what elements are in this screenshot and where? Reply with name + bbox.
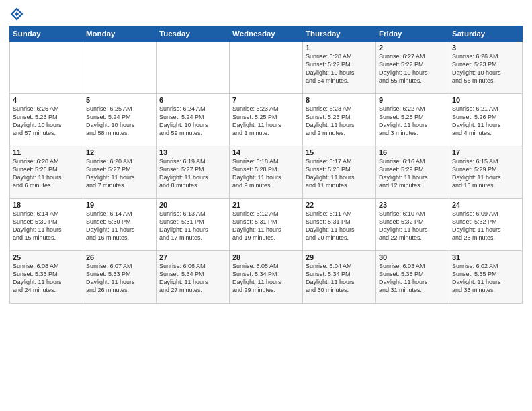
logo-icon — [9, 7, 24, 21]
cell-content: Sunrise: 6:18 AM Sunset: 5:28 PM Dayligh… — [232, 157, 300, 190]
day-number: 3 — [452, 44, 519, 52]
calendar-cell: 18Sunrise: 6:14 AM Sunset: 5:30 PM Dayli… — [10, 199, 83, 251]
day-number: 24 — [452, 201, 519, 209]
cell-content: Sunrise: 6:07 AM Sunset: 5:33 PM Dayligh… — [86, 262, 153, 295]
day-number: 10 — [452, 96, 519, 104]
weekday-header-thursday: Thursday — [303, 26, 376, 42]
calendar-cell: 2Sunrise: 6:27 AM Sunset: 5:22 PM Daylig… — [376, 42, 449, 94]
calendar-cell — [83, 42, 157, 94]
day-number: 17 — [452, 148, 519, 156]
cell-content: Sunrise: 6:10 AM Sunset: 5:32 PM Dayligh… — [379, 210, 446, 242]
cell-content: Sunrise: 6:21 AM Sunset: 5:26 PM Dayligh… — [452, 105, 519, 138]
cell-content: Sunrise: 6:11 AM Sunset: 5:31 PM Dayligh… — [306, 210, 373, 242]
cell-content: Sunrise: 6:13 AM Sunset: 5:31 PM Dayligh… — [159, 210, 226, 242]
calendar-cell: 9Sunrise: 6:22 AM Sunset: 5:25 PM Daylig… — [376, 94, 449, 146]
calendar-cell: 10Sunrise: 6:21 AM Sunset: 5:26 PM Dayli… — [449, 94, 523, 146]
day-number: 19 — [86, 201, 153, 209]
day-number: 31 — [452, 253, 519, 261]
day-number: 29 — [306, 253, 373, 261]
page-container: SundayMondayTuesdayWednesdayThursdayFrid… — [0, 0, 532, 309]
cell-content: Sunrise: 6:23 AM Sunset: 5:25 PM Dayligh… — [232, 105, 300, 138]
calendar-cell: 5Sunrise: 6:25 AM Sunset: 5:24 PM Daylig… — [83, 94, 157, 146]
day-number: 13 — [159, 148, 226, 156]
calendar-table: SundayMondayTuesdayWednesdayThursdayFrid… — [9, 26, 523, 304]
cell-content: Sunrise: 6:04 AM Sunset: 5:34 PM Dayligh… — [306, 262, 373, 295]
cell-content: Sunrise: 6:27 AM Sunset: 5:22 PM Dayligh… — [379, 52, 446, 85]
day-number: 20 — [159, 201, 226, 209]
header — [9, 7, 523, 21]
calendar-cell — [230, 42, 303, 94]
cell-content: Sunrise: 6:02 AM Sunset: 5:35 PM Dayligh… — [452, 262, 519, 295]
calendar-cell: 16Sunrise: 6:16 AM Sunset: 5:29 PM Dayli… — [376, 146, 449, 199]
day-number: 26 — [86, 253, 153, 261]
cell-content: Sunrise: 6:17 AM Sunset: 5:28 PM Dayligh… — [306, 157, 373, 190]
cell-content: Sunrise: 6:22 AM Sunset: 5:25 PM Dayligh… — [379, 105, 446, 138]
cell-content: Sunrise: 6:03 AM Sunset: 5:35 PM Dayligh… — [379, 262, 446, 295]
day-number: 4 — [13, 96, 80, 104]
cell-content: Sunrise: 6:09 AM Sunset: 5:32 PM Dayligh… — [452, 210, 519, 242]
calendar-cell: 24Sunrise: 6:09 AM Sunset: 5:32 PM Dayli… — [449, 199, 523, 251]
cell-content: Sunrise: 6:20 AM Sunset: 5:27 PM Dayligh… — [86, 157, 153, 190]
cell-content: Sunrise: 6:26 AM Sunset: 5:23 PM Dayligh… — [452, 52, 519, 85]
weekday-header-friday: Friday — [376, 26, 449, 42]
calendar-cell: 17Sunrise: 6:15 AM Sunset: 5:29 PM Dayli… — [449, 146, 523, 199]
calendar-cell: 15Sunrise: 6:17 AM Sunset: 5:28 PM Dayli… — [303, 146, 376, 199]
weekday-header-sunday: Sunday — [10, 26, 83, 42]
day-number: 18 — [13, 201, 80, 209]
cell-content: Sunrise: 6:23 AM Sunset: 5:25 PM Dayligh… — [306, 105, 373, 138]
cell-content: Sunrise: 6:05 AM Sunset: 5:34 PM Dayligh… — [232, 262, 300, 295]
calendar-cell: 27Sunrise: 6:06 AM Sunset: 5:34 PM Dayli… — [157, 251, 230, 304]
weekday-header-tuesday: Tuesday — [157, 26, 230, 42]
calendar-cell: 23Sunrise: 6:10 AM Sunset: 5:32 PM Dayli… — [376, 199, 449, 251]
weekday-header-saturday: Saturday — [449, 26, 523, 42]
calendar-cell: 20Sunrise: 6:13 AM Sunset: 5:31 PM Dayli… — [157, 199, 230, 251]
cell-content: Sunrise: 6:08 AM Sunset: 5:33 PM Dayligh… — [13, 262, 80, 295]
logo — [9, 7, 27, 21]
calendar-cell: 1Sunrise: 6:28 AM Sunset: 5:22 PM Daylig… — [303, 42, 376, 94]
day-number: 27 — [159, 253, 226, 261]
cell-content: Sunrise: 6:24 AM Sunset: 5:24 PM Dayligh… — [159, 105, 226, 138]
day-number: 15 — [306, 148, 373, 156]
calendar-cell — [157, 42, 230, 94]
day-number: 2 — [379, 44, 446, 52]
day-number: 28 — [232, 253, 300, 261]
calendar-cell: 11Sunrise: 6:20 AM Sunset: 5:26 PM Dayli… — [10, 146, 83, 199]
day-number: 21 — [232, 201, 300, 209]
day-number: 14 — [232, 148, 300, 156]
calendar-week-2: 4Sunrise: 6:26 AM Sunset: 5:23 PM Daylig… — [10, 94, 523, 146]
cell-content: Sunrise: 6:28 AM Sunset: 5:22 PM Dayligh… — [306, 52, 373, 85]
cell-content: Sunrise: 6:16 AM Sunset: 5:29 PM Dayligh… — [379, 157, 446, 190]
cell-content: Sunrise: 6:14 AM Sunset: 5:30 PM Dayligh… — [86, 210, 153, 242]
calendar-cell: 21Sunrise: 6:12 AM Sunset: 5:31 PM Dayli… — [230, 199, 303, 251]
day-number: 7 — [232, 96, 300, 104]
day-number: 22 — [306, 201, 373, 209]
cell-content: Sunrise: 6:26 AM Sunset: 5:23 PM Dayligh… — [13, 105, 80, 138]
day-number: 23 — [379, 201, 446, 209]
day-number: 11 — [13, 148, 80, 156]
cell-content: Sunrise: 6:06 AM Sunset: 5:34 PM Dayligh… — [159, 262, 226, 295]
cell-content: Sunrise: 6:20 AM Sunset: 5:26 PM Dayligh… — [13, 157, 80, 190]
weekday-header-wednesday: Wednesday — [230, 26, 303, 42]
cell-content: Sunrise: 6:25 AM Sunset: 5:24 PM Dayligh… — [86, 105, 153, 138]
weekday-header-monday: Monday — [83, 26, 157, 42]
day-number: 25 — [13, 253, 80, 261]
calendar-week-5: 25Sunrise: 6:08 AM Sunset: 5:33 PM Dayli… — [10, 251, 523, 304]
cell-content: Sunrise: 6:12 AM Sunset: 5:31 PM Dayligh… — [232, 210, 300, 242]
calendar-cell: 22Sunrise: 6:11 AM Sunset: 5:31 PM Dayli… — [303, 199, 376, 251]
calendar-cell: 4Sunrise: 6:26 AM Sunset: 5:23 PM Daylig… — [10, 94, 83, 146]
calendar-cell: 6Sunrise: 6:24 AM Sunset: 5:24 PM Daylig… — [157, 94, 230, 146]
calendar-cell: 25Sunrise: 6:08 AM Sunset: 5:33 PM Dayli… — [10, 251, 83, 304]
day-number: 12 — [86, 148, 153, 156]
calendar-cell: 7Sunrise: 6:23 AM Sunset: 5:25 PM Daylig… — [230, 94, 303, 146]
day-number: 5 — [86, 96, 153, 104]
calendar-cell: 26Sunrise: 6:07 AM Sunset: 5:33 PM Dayli… — [83, 251, 157, 304]
calendar-cell: 30Sunrise: 6:03 AM Sunset: 5:35 PM Dayli… — [376, 251, 449, 304]
calendar-cell: 8Sunrise: 6:23 AM Sunset: 5:25 PM Daylig… — [303, 94, 376, 146]
day-number: 8 — [306, 96, 373, 104]
day-number: 9 — [379, 96, 446, 104]
cell-content: Sunrise: 6:14 AM Sunset: 5:30 PM Dayligh… — [13, 210, 80, 242]
calendar-cell: 12Sunrise: 6:20 AM Sunset: 5:27 PM Dayli… — [83, 146, 157, 199]
calendar-cell — [10, 42, 83, 94]
calendar-week-4: 18Sunrise: 6:14 AM Sunset: 5:30 PM Dayli… — [10, 199, 523, 251]
calendar-cell: 28Sunrise: 6:05 AM Sunset: 5:34 PM Dayli… — [230, 251, 303, 304]
